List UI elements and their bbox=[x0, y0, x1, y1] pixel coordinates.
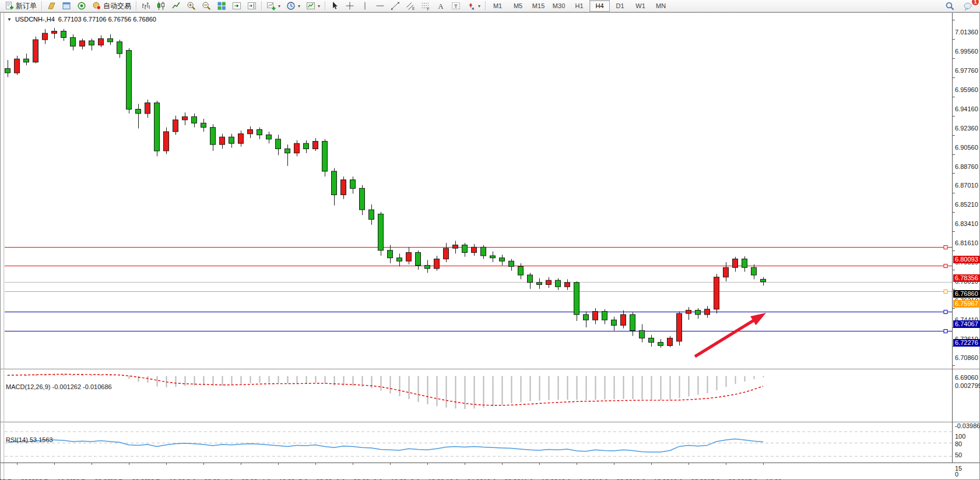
price-tag-level[interactable]: 6.72276 bbox=[953, 339, 980, 347]
bar-chart-button[interactable] bbox=[138, 0, 153, 12]
hline-handle[interactable] bbox=[944, 246, 947, 249]
new-chart-button[interactable]: ▾ bbox=[264, 0, 283, 12]
search-button[interactable] bbox=[942, 0, 958, 12]
price-tick-label: 6.99560 bbox=[955, 48, 978, 55]
text-label-icon: T bbox=[451, 1, 461, 10]
hline-handle[interactable] bbox=[944, 264, 947, 268]
timeframe-h4[interactable]: H4 bbox=[589, 0, 610, 12]
timeframe-m1[interactable]: M1 bbox=[487, 0, 508, 12]
timeframe-m15[interactable]: M15 bbox=[528, 0, 549, 12]
equidistant-channel-icon: E bbox=[406, 1, 415, 10]
price-tick-label: 6.85210 bbox=[955, 201, 978, 209]
new-order-label: 新订单 bbox=[16, 1, 37, 11]
cursor-icon bbox=[330, 1, 339, 10]
rsi-indicator-label: RSI(14) 53.1563 bbox=[6, 436, 53, 443]
dropdown-arrow-icon: ▾ bbox=[278, 3, 280, 9]
periods-icon bbox=[286, 1, 296, 10]
timeframe-h1[interactable]: H1 bbox=[569, 0, 589, 12]
market-watch-button[interactable] bbox=[44, 0, 59, 12]
cursor-button[interactable] bbox=[327, 0, 342, 12]
chart-window[interactable]: ▼ USDCNH-,H4 6.77103 6.77106 6.76756 6.7… bbox=[0, 12, 980, 480]
vertical-line-icon bbox=[360, 1, 370, 10]
templates-button[interactable]: ▾ bbox=[303, 0, 323, 12]
crosshair-button[interactable] bbox=[342, 0, 357, 12]
data-window-button[interactable] bbox=[59, 0, 74, 12]
trend-line-button[interactable] bbox=[388, 0, 403, 12]
horizontal-line-button[interactable] bbox=[373, 0, 388, 12]
notifications-button[interactable]: 1 bbox=[960, 0, 977, 12]
timeframe-toolbar: M1M5M15M30H1H4D1W1MN bbox=[487, 0, 671, 12]
symbol-name: USDCNH-,H4 bbox=[15, 16, 55, 23]
price-tag-level[interactable]: 6.78356 bbox=[953, 274, 980, 282]
dropdown-arrow-icon: ▾ bbox=[318, 3, 320, 9]
text-icon: A bbox=[436, 1, 445, 10]
navigator-button[interactable] bbox=[74, 0, 89, 12]
horizontal-lines-layer[interactable] bbox=[5, 246, 952, 333]
data-window-icon bbox=[62, 1, 71, 10]
timeframe-m5[interactable]: M5 bbox=[508, 0, 528, 12]
timeframe-m30[interactable]: M30 bbox=[549, 0, 569, 12]
zoom-in-button[interactable] bbox=[184, 0, 199, 12]
zoom-out-button[interactable] bbox=[199, 0, 214, 12]
line-chart-button[interactable] bbox=[168, 0, 184, 12]
tile-windows-icon bbox=[217, 1, 226, 10]
hline-handle[interactable] bbox=[944, 290, 947, 294]
candles-layer bbox=[5, 28, 766, 348]
fibonacci-icon: F bbox=[421, 1, 430, 10]
time-axis-ticks[interactable] bbox=[17, 463, 764, 465]
notification-badge: 1 bbox=[972, 0, 979, 5]
templates-icon bbox=[306, 1, 315, 10]
price-tag-current-bid[interactable]: 6.76860 bbox=[953, 290, 980, 298]
price-tag-level[interactable]: 6.80093 bbox=[953, 256, 980, 263]
chart-symbol-header: ▼ USDCNH-,H4 6.77103 6.77106 6.76756 6.7… bbox=[7, 16, 156, 23]
macd-indicator-label: MACD(12,26,9) -0.001262 -0.010686 bbox=[6, 383, 112, 390]
trend-line-icon bbox=[391, 1, 400, 10]
price-tick-label: 6.88760 bbox=[955, 163, 978, 171]
auto-trading-label: 自动交易 bbox=[103, 1, 131, 11]
trend-arrow-annotation[interactable] bbox=[695, 313, 766, 357]
search-icon bbox=[945, 1, 955, 11]
toolbar-separator bbox=[325, 1, 325, 10]
zoom-out-icon bbox=[202, 1, 211, 10]
svg-text:F: F bbox=[427, 7, 430, 11]
bar-chart-icon bbox=[141, 1, 150, 10]
price-tick-label: 6.87010 bbox=[955, 182, 978, 189]
price-axis[interactable] bbox=[952, 13, 955, 463]
auto-scroll-button[interactable] bbox=[229, 0, 244, 12]
chart-plot-area[interactable] bbox=[0, 12, 980, 480]
window-frame bbox=[1, 13, 980, 480]
text-button[interactable]: A bbox=[433, 0, 448, 12]
chart-shift-button[interactable] bbox=[244, 0, 259, 12]
rsi-axis-label: 100 bbox=[955, 433, 965, 440]
dropdown-arrow-icon: ▾ bbox=[478, 3, 480, 9]
rsi-axis-label: 50 bbox=[955, 451, 962, 459]
rsi-layer bbox=[5, 432, 952, 456]
new-order-icon bbox=[5, 1, 14, 10]
arrows-icon bbox=[466, 1, 476, 10]
chart-dropdown-icon[interactable]: ▼ bbox=[7, 17, 12, 22]
text-label-button[interactable]: T bbox=[448, 0, 463, 12]
candlestick-chart-button[interactable] bbox=[153, 0, 168, 12]
chart-shift-icon bbox=[247, 1, 257, 10]
price-tag-level[interactable]: 6.75967 bbox=[953, 300, 980, 308]
auto-trading-icon bbox=[92, 1, 101, 10]
periods-button[interactable]: ▾ bbox=[283, 0, 303, 12]
vertical-line-button[interactable] bbox=[357, 0, 373, 12]
timeframe-d1[interactable]: D1 bbox=[610, 0, 630, 12]
panel-separators[interactable] bbox=[1, 369, 979, 463]
macd-layer bbox=[8, 374, 764, 410]
auto-trading-button[interactable]: 自动交易 bbox=[89, 0, 134, 12]
symbol-ohlc: 6.77103 6.77106 6.76756 6.76860 bbox=[58, 16, 156, 23]
arrows-button[interactable]: ▾ bbox=[463, 0, 483, 12]
equidistant-channel-button[interactable]: E bbox=[403, 0, 418, 12]
hline-handle[interactable] bbox=[944, 330, 947, 333]
fibonacci-button[interactable]: F bbox=[418, 0, 433, 12]
tile-windows-button[interactable] bbox=[214, 0, 229, 12]
toolbar-separator bbox=[485, 1, 486, 10]
hline-handle[interactable] bbox=[944, 310, 947, 314]
new-order-button[interactable]: 新订单 bbox=[2, 0, 40, 12]
timeframe-w1[interactable]: W1 bbox=[630, 0, 651, 12]
market-watch-icon bbox=[47, 1, 56, 10]
timeframe-mn[interactable]: MN bbox=[651, 0, 671, 12]
price-tag-level[interactable]: 6.74067 bbox=[953, 320, 980, 328]
